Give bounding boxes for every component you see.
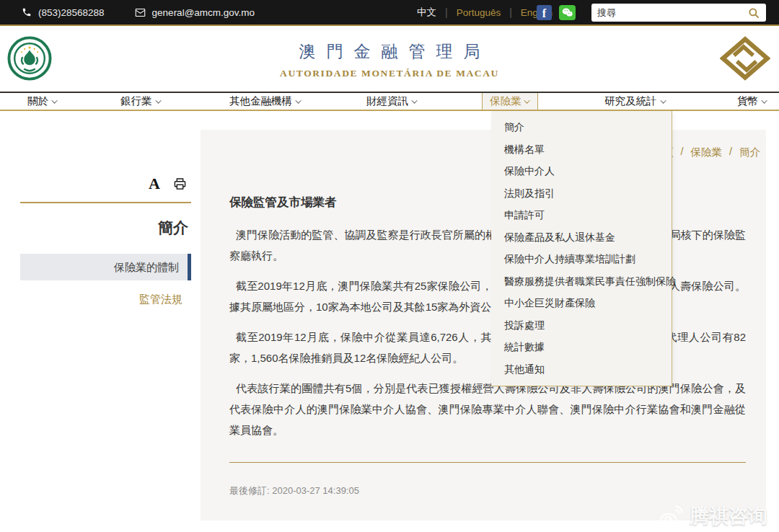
top-utility-bar: (853)28568288 general@amcm.gov.mo 中文 | P…	[0, 0, 779, 26]
lang-separator: |	[509, 6, 512, 18]
breadcrumb-separator: /	[680, 146, 683, 159]
watermark-text: 腾祺咨询	[690, 503, 767, 529]
nav-item-other-financial[interactable]: 其他金融機構	[229, 93, 302, 110]
chevron-down-icon	[660, 97, 666, 103]
nav-label: 關於	[27, 94, 48, 108]
phone-number: (853)28568288	[38, 7, 105, 18]
sidebar-item-regulations[interactable]: 監管法規	[20, 288, 191, 310]
article-paragraph: 代表該行業的團體共有5個，分別是代表已獲授權經營人壽保險公司及非人壽保險公司的澳…	[229, 378, 746, 440]
sidebar-divider	[20, 202, 191, 203]
nav-item-insurance[interactable]: 保險業	[482, 93, 538, 110]
watermark: 腾祺咨询	[659, 503, 767, 529]
breadcrumb-intro[interactable]: 簡介	[739, 146, 760, 159]
email-contact[interactable]: general@amcm.gov.mo	[135, 7, 255, 18]
nav-label: 財經資訊	[366, 94, 408, 108]
chevron-down-icon	[155, 97, 161, 103]
language-switcher: 中文 | Português | English	[417, 6, 553, 19]
sidebar: A 簡介 保險業的體制 監管法規	[20, 173, 191, 310]
dropdown-item-medical-liability-insurance[interactable]: 醫療服務提供者職業民事責任強制保險	[491, 270, 672, 293]
site-title-portuguese: AUTORIDADE MONETÁRIA DE MACAU	[0, 68, 779, 79]
nav-item-banking[interactable]: 銀行業	[120, 93, 162, 110]
dropdown-item-cpd-programme[interactable]: 保險中介人持續專業培訓計劃	[491, 248, 672, 270]
nav-item-about[interactable]: 關於	[27, 93, 58, 110]
nav-item-research-statistics[interactable]: 研究及統計	[604, 93, 666, 110]
chevron-down-icon	[295, 97, 301, 103]
nav-label: 貨幣	[737, 94, 758, 108]
dropdown-item-intro[interactable]: 簡介	[491, 116, 672, 138]
site-header: 澳門金融管理局 AUTORIDADE MONETÁRIA DE MACAU	[0, 27, 779, 92]
lang-zh[interactable]: 中文	[417, 6, 436, 19]
site-title-chinese: 澳門金融管理局	[0, 40, 779, 63]
dropdown-item-complaints[interactable]: 投訴處理	[491, 314, 672, 337]
phone-contact: (853)28568288	[22, 7, 105, 18]
dropdown-item-insurance-intermediaries[interactable]: 保險中介人	[491, 160, 672, 182]
dropdown-item-sme-catastrophe-insurance[interactable]: 中小企巨災財產保險	[491, 292, 672, 314]
font-size-icon[interactable]: A	[149, 174, 160, 193]
search-box[interactable]	[591, 4, 766, 22]
dropdown-item-other-notices[interactable]: 其他通知	[491, 358, 672, 381]
nav-label: 其他金融機構	[229, 94, 292, 108]
page-tools: A	[20, 173, 191, 195]
lang-separator: |	[445, 6, 448, 18]
print-icon[interactable]	[172, 177, 188, 191]
dropdown-item-institution-list[interactable]: 機構名單	[491, 138, 672, 161]
search-input[interactable]	[597, 7, 747, 18]
insurance-dropdown-menu: 簡介 機構名單 保險中介人 法則及指引 申請許可 保險產品及私人退休基金 保險中…	[491, 111, 672, 386]
email-address[interactable]: general@amcm.gov.mo	[152, 7, 255, 18]
chevron-down-icon	[411, 97, 417, 103]
content-panel: 保險監管及市場業者 澳門保險活動的監管、協調及監察是行政長官所屬的權限，而具體監…	[201, 130, 766, 520]
site-title-block: 澳門金融管理局 AUTORIDADE MONETÁRIA DE MACAU	[0, 40, 779, 79]
sidebar-section-title: 簡介	[20, 218, 191, 238]
article-divider	[229, 462, 746, 463]
chevron-down-icon	[51, 97, 57, 103]
chevron-down-icon	[761, 97, 767, 103]
breadcrumb-separator: /	[729, 146, 732, 159]
facebook-icon[interactable]: f	[537, 5, 552, 20]
last-modified: 最後修訂: 2020-03-27 14:39:05	[229, 484, 746, 497]
nav-item-currency[interactable]: 貨幣	[737, 93, 767, 110]
nav-label: 銀行業	[120, 94, 152, 108]
search-icon[interactable]	[747, 6, 760, 19]
phone-icon	[22, 7, 32, 17]
dropdown-item-application-licensing[interactable]: 申請許可	[491, 204, 672, 226]
mail-icon	[135, 8, 146, 17]
social-links: f	[537, 5, 576, 20]
article: 保險監管及市場業者 澳門保險活動的監管、協調及監察是行政長官所屬的權限，而具體監…	[201, 130, 766, 497]
wechat-icon[interactable]	[559, 5, 576, 20]
nav-label: 研究及統計	[604, 94, 657, 108]
sidebar-item-insurance-system[interactable]: 保險業的體制	[20, 254, 191, 280]
weibo-icon	[659, 504, 685, 528]
nav-item-financial-info[interactable]: 財經資訊	[366, 93, 418, 110]
main-nav: 關於 銀行業 其他金融機構 財經資訊 保險業 研究及統計 貨幣	[0, 92, 779, 111]
dropdown-item-rules-guidelines[interactable]: 法則及指引	[491, 182, 672, 205]
dropdown-item-products-pension-funds[interactable]: 保險產品及私人退休基金	[491, 226, 672, 249]
lang-pt[interactable]: Português	[457, 7, 501, 18]
amcm-diamond-logo	[720, 36, 770, 81]
nav-label: 保險業	[490, 94, 521, 108]
dropdown-item-statistics[interactable]: 統計數據	[491, 336, 672, 358]
chevron-down-icon	[524, 97, 529, 103]
breadcrumb-insurance[interactable]: 保險業	[690, 146, 722, 159]
